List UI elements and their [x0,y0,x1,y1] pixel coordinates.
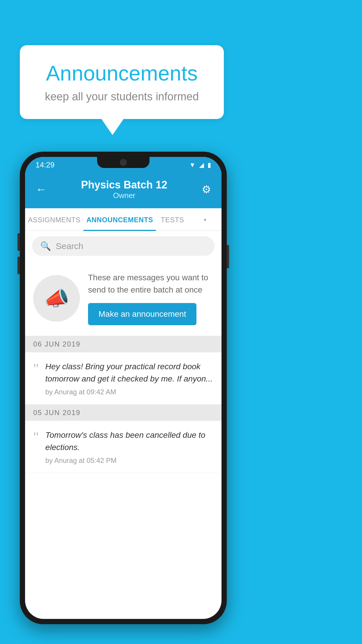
announcement-item-1[interactable]: " Hey class! Bring your practical record… [25,352,222,405]
phone-notch [97,157,150,168]
tab-tests[interactable]: TESTS [156,208,189,230]
status-time: 14:29 [36,160,55,169]
announcement-message-1: Hey class! Bring your practical record b… [45,360,213,385]
make-announcement-button[interactable]: Make an announcement [88,303,196,325]
promo-right: These are messages you want to send to t… [88,272,213,325]
back-button[interactable]: ← [36,183,47,196]
settings-icon[interactable]: ⚙ [202,183,211,196]
promo-icon-circle: 📣 [33,275,80,322]
search-icon: 🔍 [40,241,51,251]
speech-bubble-tail [101,119,124,135]
phone-volume-up-button [17,233,20,251]
phone-volume-down-button [17,257,20,274]
tab-assignments[interactable]: ASSIGNMENTS [25,208,83,230]
announcement-content-1: Hey class! Bring your practical record b… [45,360,213,396]
promo-description: These are messages you want to send to t… [88,272,213,296]
promo-section: 📣 These are messages you want to send to… [25,261,222,336]
date-divider-2: 05 JUN 2019 [25,405,222,421]
wifi-icon: ▼ [189,161,196,169]
header-subtitle: Owner [47,191,202,200]
app-header: ← Physics Batch 12 Owner ⚙ [25,173,222,208]
phone-screen: 14:29 ▼ ◢ ▮ ← Physics Batch 12 Owner ⚙ A… [25,157,222,619]
signal-icon: ◢ [199,161,204,169]
announcement-content-2: Tomorrow's class has been cancelled due … [45,429,213,465]
date-label-2: 05 JUN 2019 [33,409,80,417]
content-area: 🔍 Search 📣 These are messages you want t… [25,231,222,473]
date-divider-1: 06 JUN 2019 [25,336,222,352]
phone-frame: 14:29 ▼ ◢ ▮ ← Physics Batch 12 Owner ⚙ A… [20,152,227,624]
announcement-meta-2: by Anurag at 05:42 PM [45,456,213,465]
search-container: 🔍 Search [25,231,222,261]
tab-bar: ASSIGNMENTS ANNOUNCEMENTS TESTS • [25,208,222,231]
phone-power-button [227,245,229,268]
tab-more[interactable]: • [189,208,222,230]
phone-mockup: 14:29 ▼ ◢ ▮ ← Physics Batch 12 Owner ⚙ A… [20,152,227,624]
speech-bubble-card: Announcements keep all your students inf… [20,45,224,135]
speech-bubble-title: Announcements [37,61,206,85]
battery-icon: ▮ [208,161,211,169]
status-icons: ▼ ◢ ▮ [189,161,211,169]
announcement-item-2[interactable]: " Tomorrow's class has been cancelled du… [25,421,222,473]
speech-bubble-subtitle: keep all your students informed [37,90,206,103]
announcement-meta-1: by Anurag at 09:42 AM [45,388,213,396]
tab-announcements[interactable]: ANNOUNCEMENTS [83,208,156,230]
date-label-1: 06 JUN 2019 [33,340,80,348]
quote-icon-2: " [33,430,39,444]
speech-bubble: Announcements keep all your students inf… [20,45,224,119]
quote-icon-1: " [33,362,39,376]
header-center: Physics Batch 12 Owner [47,179,202,200]
search-placeholder: Search [56,241,83,251]
megaphone-icon: 📣 [44,286,69,310]
header-title: Physics Batch 12 [47,179,202,191]
announcement-message-2: Tomorrow's class has been cancelled due … [45,429,213,454]
phone-camera [120,159,127,166]
search-bar[interactable]: 🔍 Search [32,236,215,256]
